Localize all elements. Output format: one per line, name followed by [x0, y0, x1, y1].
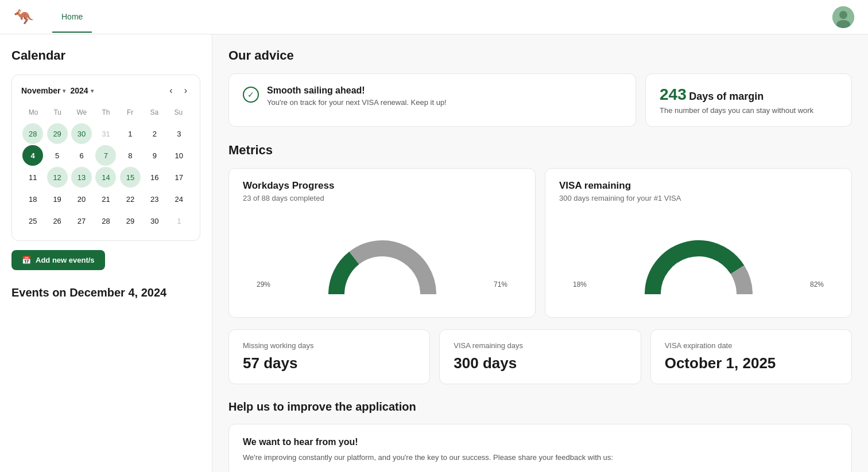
margin-content: 243 Days of margin The number of days yo… — [660, 85, 813, 115]
month-chevron-icon: ▾ — [63, 88, 65, 94]
feedback-card: We want to hear from you! We're improvin… — [228, 424, 852, 472]
year-dropdown[interactable]: 2024 ▾ — [70, 86, 93, 95]
weekday-sa: Sa — [142, 106, 166, 119]
month-dropdown[interactable]: November ▾ — [21, 86, 65, 95]
workdays-chart: 29% 71% — [243, 214, 521, 306]
calendar-title: Calendar — [11, 48, 200, 63]
calendar-day[interactable]: 28 — [22, 123, 43, 144]
feedback-section: Help us to improve the application We wa… — [228, 400, 852, 472]
calendar-day[interactable]: 8 — [120, 145, 141, 166]
calendar-day[interactable]: 23 — [144, 189, 165, 209]
calendar-day[interactable]: 17 — [169, 167, 189, 188]
calendar-day[interactable]: 21 — [95, 189, 116, 209]
cal-weekdays: Mo Tu We Th Fr Sa Su — [21, 106, 191, 119]
calendar-day[interactable]: 10 — [169, 145, 189, 166]
avatar[interactable] — [832, 6, 854, 28]
workdays-donut-svg — [319, 214, 445, 306]
add-event-label: Add new event/s — [36, 256, 95, 264]
main-layout: Calendar November ▾ 2024 ▾ ‹ › — [0, 34, 868, 472]
calendar-day[interactable]: 14 — [95, 167, 116, 188]
calendar-day[interactable]: 24 — [169, 189, 189, 209]
margin-header: 243 Days of margin — [660, 85, 813, 104]
feedback-card-desc: We're improving constantly our platform,… — [243, 452, 838, 463]
visa-donut-svg — [636, 214, 762, 306]
sidebar: Calendar November ▾ 2024 ▾ ‹ › — [0, 34, 212, 472]
workdays-subtitle: 23 of 88 days completed — [243, 194, 521, 202]
calendar-card: November ▾ 2024 ▾ ‹ › Mo Tu — [11, 75, 200, 241]
advice-text: Smooth sailing ahead! You're on track fo… — [267, 85, 447, 107]
calendar-day[interactable]: 18 — [22, 189, 43, 209]
calendar-day[interactable]: 1 — [169, 210, 189, 231]
smooth-sailing-card: ✓ Smooth sailing ahead! You're on track … — [228, 73, 636, 127]
kangaroo-icon: 🦘 — [14, 7, 34, 26]
calendar-day[interactable]: 28 — [95, 210, 116, 231]
expiration-label: VISA expiration date — [665, 341, 838, 350]
feedback-section-title: Help us to improve the application — [228, 400, 852, 414]
calendar-day[interactable]: 15 — [120, 167, 141, 188]
workdays-right-label: 71% — [494, 280, 507, 288]
missing-days-card: Missing working days 57 days — [228, 329, 430, 384]
calendar-day[interactable]: 1 — [120, 123, 141, 144]
calendar-day[interactable]: 5 — [47, 145, 68, 166]
calendar-day[interactable]: 12 — [47, 167, 68, 188]
workdays-card: Workdays Progress 23 of 88 days complete… — [228, 168, 536, 318]
calendar-day[interactable]: 9 — [144, 145, 165, 166]
main-content: Our advice ✓ Smooth sailing ahead! You'r… — [212, 34, 868, 472]
calendar-day[interactable]: 7 — [95, 145, 116, 166]
weekday-mo: Mo — [21, 106, 45, 119]
smooth-title: Smooth sailing ahead! — [267, 85, 447, 96]
expiration-card: VISA expiration date October 1, 2025 — [650, 329, 852, 384]
advice-row: ✓ Smooth sailing ahead! You're on track … — [228, 73, 852, 127]
calendar-day[interactable]: 29 — [120, 210, 141, 231]
visa-right-label: 82% — [810, 280, 824, 288]
calendar-day[interactable]: 19 — [47, 189, 68, 209]
month-label: November — [21, 86, 60, 95]
weekday-fr: Fr — [118, 106, 142, 119]
visa-left-label: 18% — [573, 280, 587, 288]
cal-month-year: November ▾ 2024 ▾ — [21, 86, 166, 95]
visa-subtitle: 300 days remaining for your #1 VISA — [559, 194, 838, 202]
missing-label: Missing working days — [243, 341, 416, 350]
calendar-day[interactable]: 29 — [47, 123, 68, 144]
calendar-day[interactable]: 3 — [169, 123, 189, 144]
margin-number: 243 — [660, 85, 687, 103]
visa-card: VISA remaining 300 days remaining for yo… — [545, 168, 852, 318]
calendar-day[interactable]: 13 — [71, 167, 92, 188]
feedback-card-title: We want to hear from you! — [243, 437, 838, 447]
advice-section-title: Our advice — [228, 48, 852, 63]
missing-value: 57 days — [243, 354, 416, 372]
calendar-day[interactable]: 31 — [95, 123, 116, 144]
calendar-day[interactable]: 6 — [71, 145, 92, 166]
navbar: 🦘 Home — [0, 0, 868, 34]
calendar-day[interactable]: 30 — [71, 123, 92, 144]
svg-point-1 — [839, 11, 847, 19]
nav-home[interactable]: Home — [52, 2, 92, 33]
weekday-we: We — [69, 106, 94, 119]
stat-cards-row: Missing working days 57 days VISA remain… — [228, 329, 852, 384]
year-chevron-icon: ▾ — [91, 88, 94, 94]
calendar-grid: Mo Tu We Th Fr Sa Su 2829303112345678910… — [21, 106, 191, 231]
calendar-day[interactable]: 25 — [22, 210, 43, 231]
calendar-day[interactable]: 4 — [22, 145, 43, 166]
calendar-day[interactable]: 11 — [22, 167, 43, 188]
calendar-day[interactable]: 22 — [120, 189, 141, 209]
visa-title: VISA remaining — [559, 180, 838, 192]
calendar-day[interactable]: 20 — [71, 189, 92, 209]
metrics-row: Workdays Progress 23 of 88 days complete… — [228, 168, 852, 318]
add-event-button[interactable]: 📅 Add new event/s — [11, 250, 105, 270]
remaining-value: 300 days — [454, 354, 626, 372]
calendar-day[interactable]: 2 — [144, 123, 165, 144]
nav-links: Home — [52, 2, 832, 33]
prev-month-button[interactable]: ‹ — [166, 84, 176, 97]
calendar-day[interactable]: 26 — [47, 210, 68, 231]
expiration-value: October 1, 2025 — [665, 354, 838, 372]
calendar-day[interactable]: 27 — [71, 210, 92, 231]
cal-days: 2829303112345678910111213141516171819202… — [21, 123, 191, 231]
year-label: 2024 — [70, 86, 88, 95]
calendar-day[interactable]: 30 — [144, 210, 165, 231]
margin-label: Days of margin — [689, 91, 764, 102]
next-month-button[interactable]: › — [181, 84, 191, 97]
metrics-section-title: Metrics — [228, 143, 852, 158]
calendar-day[interactable]: 16 — [144, 167, 165, 188]
navbar-right — [832, 6, 854, 28]
